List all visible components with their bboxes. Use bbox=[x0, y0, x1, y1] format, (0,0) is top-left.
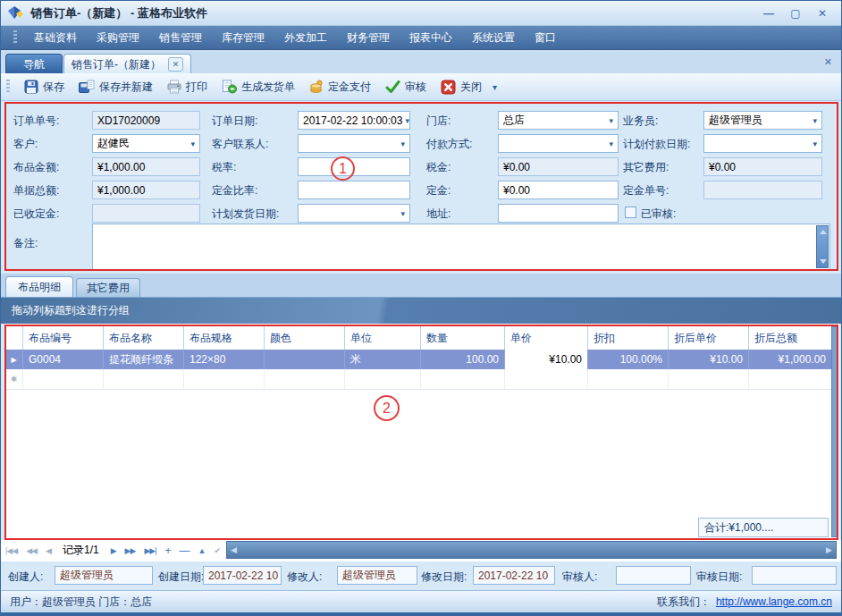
menu-item-window[interactable]: 窗口 bbox=[525, 27, 566, 49]
print-button[interactable]: 打印 bbox=[160, 77, 215, 97]
menu-item-sales[interactable]: 销售管理 bbox=[149, 27, 212, 49]
minimize-button[interactable]: — bbox=[757, 5, 780, 21]
pay-method-field[interactable]: ▾ bbox=[498, 134, 619, 153]
chevron-down-icon[interactable]: ▾ bbox=[190, 139, 195, 148]
cell-discount[interactable]: 100.00% bbox=[588, 350, 669, 369]
audit-button[interactable]: 审核 bbox=[378, 77, 434, 97]
tab-sales-order[interactable]: 销售订单-（新建） ✕ bbox=[63, 54, 191, 74]
grid-header-cell-spec[interactable]: 布品规格 bbox=[184, 326, 265, 350]
grid-header-row: 布品编号 布品名称 布品规格 颜色 单位 数量 单价 折扣 折后单价 折后总额 bbox=[5, 326, 832, 350]
cell-discounted-total[interactable]: ¥1,000.00 bbox=[749, 350, 832, 369]
menu-item-outsourcing[interactable]: 外发加工 bbox=[274, 27, 337, 49]
grid-header-cell-code[interactable]: 布品编号 bbox=[23, 326, 104, 350]
menu-item-inventory[interactable]: 库存管理 bbox=[212, 27, 274, 49]
grid-header-cell-price[interactable]: 单价 bbox=[505, 326, 588, 350]
audited-checkbox[interactable] bbox=[625, 207, 636, 218]
cell-color[interactable] bbox=[265, 350, 345, 369]
grid-header-cell-qty[interactable]: 数量 bbox=[421, 326, 505, 350]
menu-item-system[interactable]: 系统设置 bbox=[462, 27, 525, 49]
salesman-field[interactable]: 超级管理员▾ bbox=[703, 111, 822, 130]
grid-header-cell-discount[interactable]: 折扣 bbox=[588, 326, 669, 350]
chevron-down-icon[interactable]: ▾ bbox=[609, 139, 613, 148]
save-icon bbox=[24, 80, 38, 94]
plan-ship-date-field[interactable]: ▾ bbox=[298, 204, 410, 223]
nav-post-button[interactable]: ✔ bbox=[210, 546, 225, 555]
generate-shipping-button[interactable]: 生成发货单 bbox=[215, 77, 302, 97]
cell-code[interactable]: G0004 bbox=[23, 350, 104, 369]
chevron-down-icon[interactable]: ▾ bbox=[813, 139, 817, 148]
deposit-field[interactable]: ¥0.00 bbox=[498, 181, 619, 199]
deposit-ratio-field[interactable] bbox=[298, 181, 410, 199]
tab-sales-order-label: 销售订单-（新建） bbox=[72, 57, 161, 72]
new-row-icon: ✱ bbox=[11, 375, 18, 384]
chevron-down-icon[interactable]: ▾ bbox=[609, 116, 613, 125]
customer-field[interactable]: 赵健民▾ bbox=[92, 134, 200, 153]
grid-header-cell-discounted-total[interactable]: 折后总额 bbox=[749, 326, 832, 350]
grid-header-cell-name[interactable]: 布品名称 bbox=[104, 326, 184, 350]
cell-price-editor[interactable]: ¥10.00 bbox=[505, 350, 588, 369]
store-field[interactable]: 总店▾ bbox=[498, 111, 619, 130]
save-button[interactable]: 保存 bbox=[17, 77, 72, 97]
close-window-button[interactable]: ✕ bbox=[811, 5, 834, 21]
chevron-down-icon[interactable]: ▾ bbox=[813, 116, 817, 125]
grid-new-row[interactable]: ✱ bbox=[5, 369, 832, 390]
menu-item-purchase[interactable]: 采购管理 bbox=[87, 27, 149, 49]
remark-scrollbar[interactable] bbox=[816, 225, 829, 268]
nav-last-button[interactable]: ▶▶| bbox=[139, 546, 160, 555]
cell-unit[interactable]: 米 bbox=[345, 350, 421, 369]
detail-tab-fabric[interactable]: 布品明细 bbox=[5, 276, 73, 297]
toolbar-overflow-arrow[interactable]: ▾ bbox=[489, 82, 501, 92]
nav-edit-button[interactable]: ▲ bbox=[194, 546, 210, 555]
menu-item-finance[interactable]: 财务管理 bbox=[337, 27, 400, 49]
close-form-button[interactable]: 关闭 bbox=[434, 77, 489, 97]
grid-header-cell-color[interactable]: 颜色 bbox=[265, 326, 345, 350]
generate-shipping-icon bbox=[222, 80, 237, 94]
tabstrip-close-button[interactable]: ✕ bbox=[824, 56, 832, 68]
nav-next-page-button[interactable]: ▶▶ bbox=[121, 546, 140, 555]
toolbar-grip bbox=[6, 80, 10, 94]
grid-header-cell-discounted-price[interactable]: 折后单价 bbox=[669, 326, 749, 350]
cell-name[interactable]: 提花顺纤缎条 bbox=[104, 350, 184, 369]
other-fee-field: ¥0.00 bbox=[703, 157, 822, 176]
toolbar: 保存 保存并新建 打印 生成发货单 定金支付 审核 关闭 ▾ bbox=[1, 73, 841, 101]
customer-label: 客户: bbox=[13, 136, 38, 152]
scroll-down-icon[interactable] bbox=[820, 259, 827, 264]
scroll-up-icon[interactable] bbox=[820, 230, 827, 234]
remark-textarea[interactable] bbox=[92, 224, 830, 270]
save-and-new-button[interactable]: 保存并新建 bbox=[72, 77, 160, 97]
create-date-label: 创建日期: bbox=[158, 569, 204, 585]
address-field[interactable] bbox=[498, 204, 619, 223]
plan-pay-date-field[interactable]: ▾ bbox=[703, 134, 822, 153]
customer-contact-field[interactable]: ▾ bbox=[298, 134, 410, 153]
cell-spec[interactable]: 122×80 bbox=[184, 350, 265, 369]
cell-discounted-price[interactable]: ¥10.00 bbox=[669, 350, 749, 369]
modify-date-label: 修改日期: bbox=[421, 569, 467, 585]
tab-close-icon[interactable]: ✕ bbox=[168, 57, 183, 72]
nav-first-button[interactable]: |◀◀ bbox=[1, 546, 21, 555]
nav-delete-button[interactable]: — bbox=[175, 544, 194, 557]
horizontal-scrollbar[interactable]: ◀ ▶ bbox=[226, 541, 837, 559]
cell-qty[interactable]: 100.00 bbox=[421, 350, 505, 369]
nav-append-button[interactable]: + bbox=[161, 544, 175, 557]
grid-vertical-scrollbar[interactable] bbox=[831, 326, 838, 537]
menu-item-reports[interactable]: 报表中心 bbox=[400, 27, 462, 49]
nav-prev-button[interactable]: ◀ bbox=[41, 546, 55, 555]
website-link[interactable]: http://www.lange.com.cn bbox=[716, 595, 832, 608]
grid-header-cell-unit[interactable]: 单位 bbox=[345, 326, 421, 350]
scroll-left-icon[interactable]: ◀ bbox=[231, 545, 237, 554]
nav-next-button[interactable]: ▶ bbox=[106, 546, 121, 555]
menu-item-basic-data[interactable]: 基础资料 bbox=[24, 27, 87, 49]
nav-prev-page-button[interactable]: ◀◀ bbox=[21, 546, 41, 555]
tax-rate-field[interactable] bbox=[298, 157, 410, 176]
maximize-button[interactable]: ▢ bbox=[784, 5, 807, 21]
order-date-field[interactable]: 2017-02-22 10:00:03▾ bbox=[298, 111, 410, 130]
detail-tab-other-fees[interactable]: 其它费用 bbox=[76, 278, 140, 297]
grid-row-selected[interactable]: ▶ G0004 提花顺纤缎条 122×80 米 100.00 ¥10.00 10… bbox=[5, 350, 832, 369]
tab-navigation[interactable]: 导航 bbox=[5, 54, 63, 74]
chevron-down-icon[interactable]: ▾ bbox=[405, 116, 409, 125]
chevron-down-icon[interactable]: ▾ bbox=[400, 209, 405, 218]
deposit-pay-button[interactable]: 定金支付 bbox=[302, 77, 378, 97]
scroll-right-icon[interactable]: ▶ bbox=[826, 545, 832, 554]
group-by-band[interactable]: 拖动列标题到这进行分组 bbox=[1, 297, 841, 324]
chevron-down-icon[interactable]: ▾ bbox=[400, 139, 405, 148]
